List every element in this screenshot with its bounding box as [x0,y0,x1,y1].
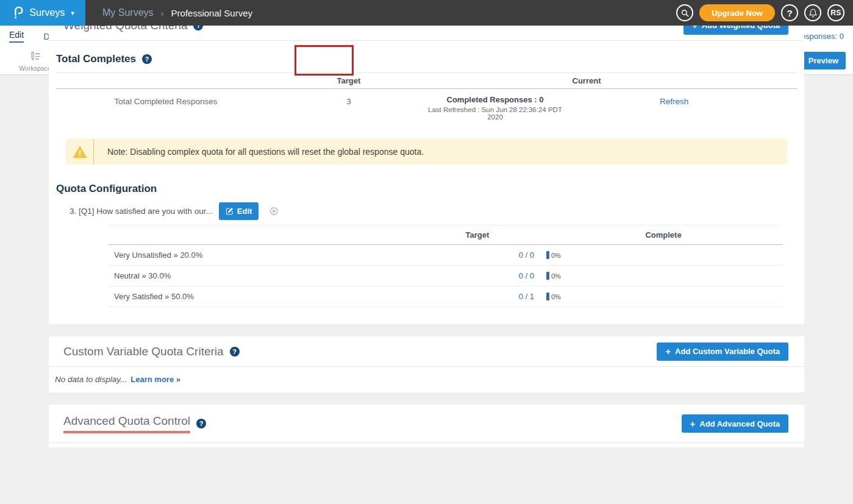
notifications-button[interactable] [804,4,821,21]
plus-icon: + [690,419,696,429]
product-menu-label: Surveys [29,7,65,18]
quota-note-banner: Note: Disabling complex quota for all qu… [66,139,787,165]
current-column-header: Current [422,76,751,85]
quota-configuration-section: Quota Configuration 3. [Q1] How satisfie… [49,183,804,307]
breadcrumb: My Surveys › Professional Survey [102,7,252,18]
add-advanced-quota-button[interactable]: + Add Advanced Quota [682,414,788,433]
quota-target-column-header: Target [410,230,544,240]
advanced-quota-title: Advanced Quota Control [63,414,190,433]
quota-table-header: Target Complete [108,225,782,245]
edit-quota-button[interactable]: Edit [219,202,259,220]
warning-icon [73,146,87,158]
custom-variable-quota-card: Custom Variable Quota Criteria ? + Add C… [49,336,804,392]
quota-row-very-satisfied: Very Satisfied » 50.0% 0 / 1 0% [108,286,782,307]
search-icon [680,9,690,18]
topbar-actions: Upgrade Now ? RS [676,4,844,21]
custom-variable-quota-title: Custom Variable Quota Criteria [63,345,224,358]
help-icon: ? [787,8,792,18]
advanced-quota-help-icon[interactable]: ? [196,419,206,428]
breadcrumb-current-survey: Professional Survey [171,8,252,18]
completed-responses-value: Completed Responses : 0 [422,95,568,104]
tab-edit[interactable]: Edit [9,26,24,47]
last-refreshed-timestamp: Last Refreshed : Sun Jun 28 22:36:24 PDT… [422,106,568,121]
bell-icon [808,9,818,18]
upgrade-now-button[interactable]: Upgrade Now [699,4,775,21]
total-completed-responses-label: Total Completed Responses [56,95,276,106]
total-completes-table-header: Target Current [56,73,797,89]
quota-note-text: Note: Disabling complex quota for all qu… [94,139,424,165]
total-completes-section: Total Completes ? Target Current Total C… [49,53,804,165]
custom-variable-empty-state: No data to display... Learn more » [49,367,804,392]
total-completes-heading: Total Completes [56,53,136,65]
target-value: 3 [276,95,422,106]
quota-question-label: 3. [Q1] How satisfied are you with our..… [70,207,213,216]
quota-target-link[interactable]: 0 / 1 [519,292,534,301]
caret-down-icon: ▾ [71,9,74,17]
quota-table: Target Complete Very Unsatisfied » 20.0%… [108,225,782,307]
plus-icon: + [665,346,671,357]
add-custom-variable-quota-button[interactable]: + Add Custom Variable Quota [657,343,788,361]
learn-more-link[interactable]: Learn more » [130,375,180,384]
total-completes-row: Total Completed Responses 3 Completed Re… [56,89,797,129]
custom-variable-quota-help-icon[interactable]: ? [230,347,240,357]
edit-pencil-icon [226,207,234,215]
remove-quota-icon[interactable] [269,207,279,216]
help-button[interactable]: ? [781,4,798,21]
refresh-link[interactable]: Refresh [660,97,688,106]
quota-row-neutral: Neutral » 30.0% 0 / 0 0% [108,266,782,286]
workspace-icon [29,51,41,63]
breadcrumb-separator: › [161,8,164,18]
search-button[interactable] [676,4,693,21]
user-avatar[interactable]: RS [827,4,844,21]
avatar-initials: RS [830,9,841,17]
advanced-quota-header: Advanced Quota Control ? + Add Advanced … [49,405,804,443]
quota-target-link[interactable]: 0 / 0 [519,271,534,280]
total-completes-help-icon[interactable]: ? [142,54,152,64]
advanced-quota-card: Advanced Quota Control ? + Add Advanced … [49,405,804,447]
questionpro-logo-icon [11,6,24,20]
breadcrumb-my-surveys[interactable]: My Surveys [102,7,154,18]
target-column-header: Target [276,76,422,85]
quota-complete-column-header: Complete [544,230,782,240]
quota-configuration-heading: Quota Configuration [56,183,157,195]
progress-bar [546,293,549,300]
quota-question-row: 3. [Q1] How satisfied are you with our..… [70,202,797,220]
progress-bar [546,251,549,259]
top-bar: Surveys ▾ My Surveys › Professional Surv… [0,0,853,26]
product-menu[interactable]: Surveys ▾ [0,0,85,26]
quota-row-very-unsatisfied: Very Unsatisfied » 20.0% 0 / 0 0% [108,245,782,266]
weighted-quota-card: Weighted Quota Criteria ? + Add Weighted… [49,10,804,324]
progress-bar [546,272,549,280]
no-data-message: No data to display... [55,375,127,384]
quota-target-link[interactable]: 0 / 0 [519,250,534,260]
custom-variable-quota-header: Custom Variable Quota Criteria ? + Add C… [49,336,804,367]
